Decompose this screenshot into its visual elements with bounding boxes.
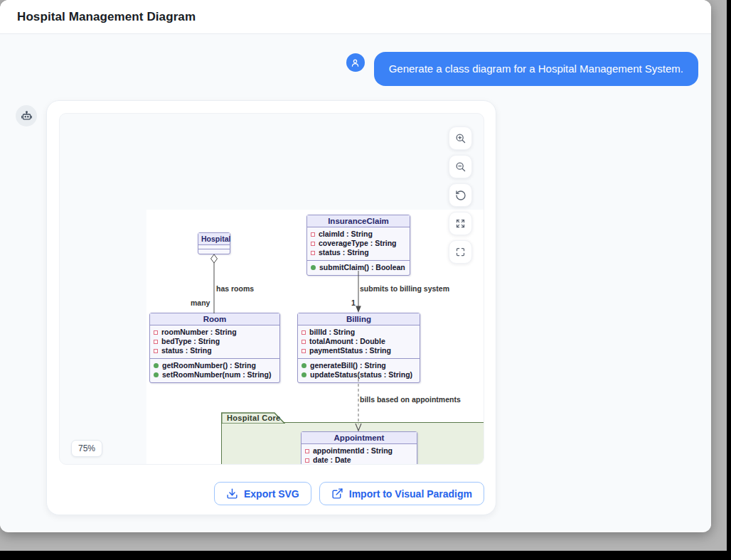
attribute-icon	[311, 232, 315, 237]
attribute: bedType : String	[161, 337, 220, 346]
method-icon	[302, 372, 306, 377]
attribute: appointmentId : String	[313, 446, 393, 456]
class-title: Billing	[298, 313, 420, 325]
attribute-icon	[302, 340, 306, 344]
robot-icon	[20, 109, 33, 123]
chat-area: Generate a class diagram for a Hospital …	[0, 34, 711, 531]
class-attributes: billId : String totalAmount : Double pay…	[298, 325, 420, 359]
viewer-controls	[449, 126, 472, 264]
edge-label-bills: bills based on appointments	[360, 395, 461, 404]
class-billing: Billing billId : String totalAmount : Do…	[297, 313, 420, 383]
user-message-row: Generate a class diagram for a Hospital …	[0, 34, 711, 86]
edge-label-has-rooms: has rooms	[216, 284, 254, 293]
attribute: claimId : String	[319, 230, 373, 239]
app-window: Hospital Management Diagram Generate a c…	[0, 0, 711, 532]
class-title: Room	[150, 313, 279, 325]
fullscreen-button[interactable]	[449, 240, 472, 264]
import-visual-paradigm-button[interactable]: Import to Visual Paradigm	[319, 482, 484, 505]
user-message-bubble: Generate a class diagram for a Hospital …	[374, 52, 698, 86]
zoom-in-button[interactable]	[449, 126, 472, 150]
attribute: totalAmount : Double	[309, 337, 385, 346]
expand-button[interactable]	[449, 212, 472, 235]
attribute-icon	[154, 349, 158, 353]
attribute-icon	[302, 349, 306, 353]
bot-avatar	[16, 105, 37, 126]
attribute: status : String	[161, 346, 212, 355]
attribute: status : String	[319, 248, 369, 257]
bot-response-row: Hospital Core Hospital InsuranceClaim cl…	[0, 100, 711, 515]
method: setRoomNumber(num : String)	[162, 370, 271, 379]
attribute: roomNumber : String	[161, 328, 237, 337]
method-icon	[302, 363, 306, 368]
person-icon	[350, 58, 361, 68]
zoom-in-icon	[454, 132, 466, 144]
class-attributes: roomNumber : String bedType : String sta…	[150, 325, 279, 359]
expand-arrows-icon	[455, 218, 466, 229]
attribute: billId : String	[309, 328, 355, 337]
class-title: Appointment	[302, 432, 417, 444]
package-label: Hospital Core	[227, 414, 280, 422]
page-title: Hospital Management Diagram	[17, 10, 694, 24]
class-methods: getRoomNumber() : String setRoomNumber(n…	[150, 359, 279, 382]
attribute-icon	[154, 330, 158, 335]
user-avatar	[346, 53, 365, 72]
zoom-level-badge: 75%	[71, 440, 102, 457]
attribute-icon	[311, 242, 315, 246]
method-icon	[311, 265, 316, 270]
attribute-icon	[302, 330, 306, 335]
zoom-out-icon	[454, 161, 466, 173]
export-svg-label: Export SVG	[244, 488, 299, 500]
aggregation-edge-hospital-room	[210, 254, 218, 313]
class-title: InsuranceClaim	[307, 215, 410, 227]
rotate-ccw-icon	[455, 190, 466, 201]
class-title: Hospital	[198, 233, 230, 245]
fullscreen-brackets-icon	[455, 247, 466, 257]
reset-view-button[interactable]	[449, 183, 472, 207]
class-appointment: Appointment appointmentId : String date …	[301, 431, 417, 465]
zoom-out-button[interactable]	[449, 155, 472, 178]
method: getRoomNumber() : String	[162, 361, 256, 370]
edge-cardinality-one: 1	[351, 298, 356, 307]
attribute: coverageType : String	[319, 239, 397, 248]
edge-label-submits: submits to billing system	[360, 284, 449, 293]
method: generateBill() : String	[310, 361, 386, 370]
class-attributes: claimId : String coverageType : String s…	[307, 227, 410, 261]
export-svg-button[interactable]: Export SVG	[214, 482, 311, 505]
class-room: Room roomNumber : String bedType : Strin…	[149, 313, 280, 383]
class-attributes: appointmentId : String date : Date time …	[302, 444, 417, 465]
attribute: paymentStatus : String	[309, 346, 391, 355]
class-insurance-claim: InsuranceClaim claimId : String coverage…	[306, 215, 410, 276]
card-footer: Export SVG Import to Visual Paradigm	[59, 482, 484, 505]
attribute-icon	[305, 458, 309, 463]
edge-cardinality-many: many	[191, 298, 210, 307]
import-visual-paradigm-label: Import to Visual Paradigm	[349, 488, 472, 500]
attribute-icon	[154, 340, 158, 344]
attribute-icon	[305, 449, 309, 453]
diagram-card: Hospital Core Hospital InsuranceClaim cl…	[46, 100, 496, 515]
method-icon	[154, 372, 159, 377]
attribute: date : Date	[313, 456, 351, 465]
class-hospital: Hospital	[198, 232, 230, 254]
diagram-viewport[interactable]: Hospital Core Hospital InsuranceClaim cl…	[59, 113, 484, 465]
download-icon	[226, 488, 238, 500]
method-icon	[154, 363, 159, 368]
external-link-icon	[331, 488, 343, 500]
attribute-icon	[311, 251, 315, 255]
app-header: Hospital Management Diagram	[0, 0, 711, 34]
